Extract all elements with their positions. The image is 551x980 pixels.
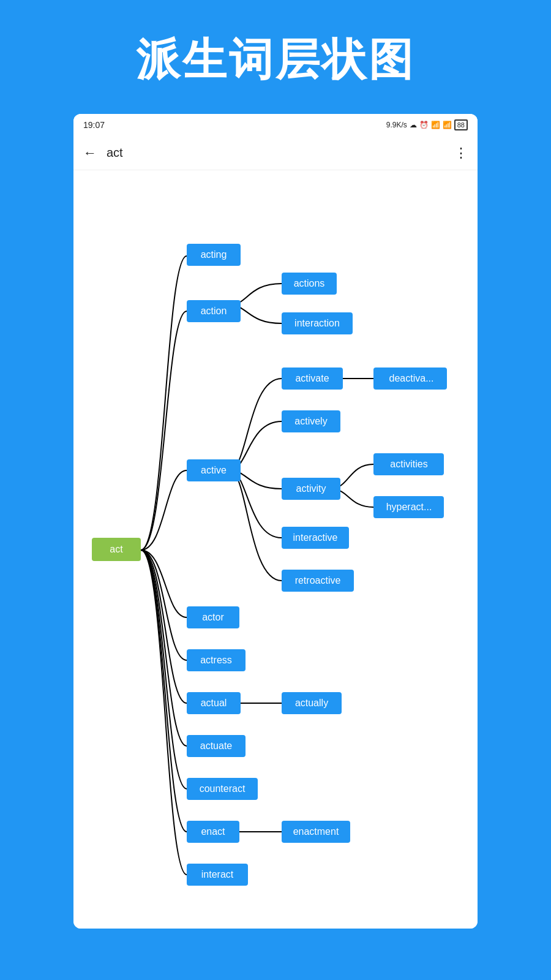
app-bar: ← act ⋮ xyxy=(73,136,478,170)
svg-text:hyperact...: hyperact... xyxy=(386,502,432,512)
svg-text:act: act xyxy=(110,544,123,554)
cloud-icon: ☁ xyxy=(410,121,417,129)
status-right: 9.9K/s ☁ ⏰ 📶 📶 88 xyxy=(386,119,468,130)
status-bar: 19:07 9.9K/s ☁ ⏰ 📶 📶 88 xyxy=(73,114,478,136)
page-title: 派生词层状图 xyxy=(0,0,551,114)
svg-text:actress: actress xyxy=(200,655,232,665)
svg-text:interact: interact xyxy=(201,869,234,880)
svg-text:retroactive: retroactive xyxy=(295,575,341,586)
phone-frame: 19:07 9.9K/s ☁ ⏰ 📶 📶 88 ← act ⋮ xyxy=(73,114,478,929)
svg-text:actually: actually xyxy=(295,698,328,708)
back-button[interactable]: ← xyxy=(83,145,97,161)
svg-text:actual: actual xyxy=(201,698,227,708)
tree-svg: act acting action actions interaction ac… xyxy=(73,170,478,929)
alarm-icon: ⏰ xyxy=(419,121,429,129)
svg-text:acting: acting xyxy=(201,249,227,260)
svg-text:enactment: enactment xyxy=(293,826,339,837)
time: 19:07 xyxy=(83,120,105,130)
svg-text:interactive: interactive xyxy=(293,532,338,543)
svg-text:deactiva...: deactiva... xyxy=(389,373,434,383)
svg-text:activity: activity xyxy=(296,483,326,494)
svg-text:activate: activate xyxy=(295,373,329,383)
svg-text:interaction: interaction xyxy=(294,318,340,328)
battery-display: 88 xyxy=(454,119,468,130)
menu-button[interactable]: ⋮ xyxy=(454,145,468,161)
svg-text:actuate: actuate xyxy=(200,741,233,751)
signal-icon: 📶 xyxy=(431,121,440,129)
svg-text:activities: activities xyxy=(390,459,427,469)
svg-text:enact: enact xyxy=(201,826,225,837)
svg-text:action: action xyxy=(201,306,227,316)
svg-text:actor: actor xyxy=(202,612,224,622)
svg-text:counteract: counteract xyxy=(200,783,246,794)
network-speed: 9.9K/s xyxy=(386,121,407,129)
svg-text:actions: actions xyxy=(294,278,325,288)
wifi-icon: 📶 xyxy=(443,121,452,129)
svg-text:active: active xyxy=(201,465,227,475)
svg-text:actively: actively xyxy=(294,416,327,426)
tree-container: act acting action actions interaction ac… xyxy=(73,170,478,929)
app-title: act xyxy=(107,146,454,160)
